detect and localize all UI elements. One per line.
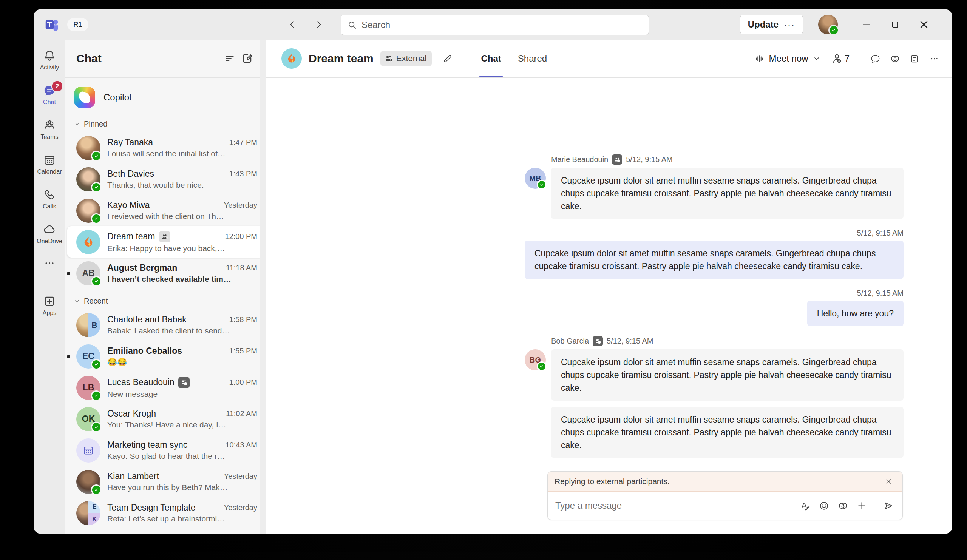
panel-title: Chat (76, 52, 221, 65)
bell-icon (43, 49, 56, 62)
user-avatar[interactable] (818, 15, 838, 35)
new-chat-icon (241, 53, 253, 64)
emoji-icon (819, 501, 829, 511)
external-participants-icon (178, 377, 190, 388)
org-badge[interactable]: R1 (67, 18, 88, 31)
tab-chat[interactable]: Chat (472, 40, 509, 77)
avatar (76, 167, 101, 191)
chat-list-item[interactable]: AB August Bergman11:18 AM I haven’t chec… (67, 257, 263, 289)
chat-list-item[interactable]: Beth Davies1:43 PM Thanks, that would be… (67, 163, 263, 195)
chat-list-item[interactable]: Ray Tanaka1:47 PM Louisa will send the i… (67, 132, 263, 163)
rail-item-activity[interactable]: Activity (35, 44, 64, 76)
rename-chat-button[interactable] (439, 50, 456, 67)
copilot-compose-button[interactable] (834, 497, 851, 514)
send-button[interactable] (880, 497, 897, 514)
open-chat-pane-button[interactable] (866, 50, 884, 67)
search-box[interactable] (341, 15, 649, 35)
message-group-outgoing: 5/12, 9:15 AM Cupcake ipsum dolor sit am… (525, 229, 904, 279)
minimize-button[interactable] (860, 18, 873, 31)
message-bubble[interactable]: Cupcake ipsum dolor sit amet muffin sesa… (551, 407, 904, 458)
external-participants-icon (612, 155, 622, 165)
presence-badge (91, 422, 102, 432)
unread-dot (67, 355, 70, 358)
search-input[interactable] (361, 20, 642, 30)
section-recent[interactable]: Recent (65, 293, 266, 309)
rail-item-calendar[interactable]: Calendar (35, 148, 64, 180)
message-bubble[interactable]: Hello, how are you? (807, 301, 904, 326)
rail-item-calls[interactable]: Calls (35, 183, 64, 215)
search-icon (347, 20, 357, 30)
filter-button[interactable] (221, 50, 238, 67)
ellipsis-icon (929, 54, 939, 64)
maximize-button[interactable] (888, 18, 902, 31)
presence-badge (91, 276, 102, 287)
teams-window: R1 Update ··· (34, 10, 952, 534)
tab-shared[interactable]: Shared (510, 40, 555, 77)
format-icon (800, 501, 810, 511)
attach-more-button[interactable] (853, 497, 870, 514)
avatar (76, 199, 101, 223)
rail-item-apps[interactable]: Apps (35, 290, 64, 321)
message-canvas[interactable]: Marie Beaudouin 5/12, 9:15 AM MB Cupcake… (266, 78, 952, 534)
update-more-dots: ··· (784, 19, 795, 30)
calendar-icon (43, 154, 56, 166)
section-pinned[interactable]: Pinned (65, 115, 266, 132)
copilot-button[interactable] (886, 50, 904, 67)
add-participants-button[interactable]: 7 (827, 49, 854, 68)
person-add-icon (831, 53, 842, 64)
plus-icon (857, 501, 867, 511)
flame-emoji-icon (286, 53, 297, 64)
divider (860, 50, 860, 67)
presence-badge (537, 361, 546, 371)
external-participants-icon (159, 231, 170, 242)
conversation-avatar[interactable] (281, 48, 302, 69)
message-timestamp: 5/12, 9:15 AM (857, 289, 904, 298)
new-chat-button[interactable] (238, 50, 256, 67)
chat-list-item[interactable]: EC Emiliano Ceballos1:55 PM 😂😂 (67, 341, 263, 372)
back-button[interactable] (284, 16, 301, 33)
avatar[interactable]: BG (525, 349, 546, 371)
dismiss-banner-button[interactable] (882, 475, 896, 488)
notes-button[interactable] (906, 50, 923, 67)
emoji-button[interactable] (815, 497, 833, 514)
unread-count-badge: 2 (51, 81, 63, 92)
chat-list-item[interactable]: Marketing team sync10:43 AM Kayo: So gla… (67, 435, 263, 466)
message-timestamp: 5/12, 9:15 AM (857, 229, 904, 237)
copilot-icon (838, 501, 848, 511)
rail-item-more[interactable] (35, 253, 64, 274)
chat-list-scroll[interactable]: Copilot Pinned Ray Tanaka1:47 PM Louisa … (65, 78, 266, 534)
chat-list-item[interactable]: Kian LambertYesterday Have you run this … (67, 466, 263, 497)
message-author[interactable]: Bob Garcia (551, 337, 589, 346)
message-author[interactable]: Marie Beaudouin (551, 155, 608, 164)
notes-sparkle-icon (909, 54, 920, 64)
update-button[interactable]: Update ··· (740, 15, 803, 35)
format-button[interactable] (796, 497, 814, 514)
presence-badge (91, 484, 102, 495)
meet-now-button[interactable]: Meet now (751, 49, 824, 68)
message-bubble[interactable]: Cupcake ipsum dolor sit amet muffin sesa… (551, 168, 904, 219)
close-button[interactable] (917, 18, 931, 31)
meet-now-wave-icon (754, 54, 764, 64)
rail-item-teams[interactable]: Teams (35, 114, 64, 145)
chat-list-item[interactable]: B Charlotte and Babak1:58 PM Babak: I as… (67, 309, 263, 341)
apps-icon (43, 295, 56, 308)
avatar: B (76, 313, 101, 337)
conversation-tabs: Chat Shared (472, 40, 555, 77)
rail-item-onedrive[interactable]: OneDrive (35, 218, 64, 250)
message-timestamp: 5/12, 9:15 AM (626, 155, 672, 164)
message-bubble[interactable]: Cupcake ipsum dolor sit amet muffin sesa… (525, 240, 904, 279)
chat-list-item[interactable]: OK Oscar Krogh11:02 AM You: Thanks! Have… (67, 403, 263, 435)
message-input[interactable] (555, 500, 795, 511)
chat-list-item-copilot[interactable]: Copilot (65, 83, 266, 112)
chat-list-item[interactable]: LB Lucas Beaudouin1:00 PM New message (67, 372, 263, 403)
more-options-button[interactable] (926, 50, 943, 67)
avatar[interactable]: MB (525, 168, 546, 189)
chat-list-item[interactable]: Kayo MiwaYesterday I reviewed with the c… (67, 195, 263, 226)
chat-list-item-dream-team[interactable]: Dream team12:00 PM Erika: Happy to have … (67, 226, 263, 257)
forward-button[interactable] (310, 16, 327, 33)
rail-item-chat[interactable]: 2 Chat (35, 79, 64, 110)
message-bubble[interactable]: Cupcake ipsum dolor sit amet muffin sesa… (551, 349, 904, 401)
chat-list-item[interactable]: EK Team Design TemplateYesterday Reta: L… (67, 497, 263, 529)
avatar (76, 470, 101, 494)
avatar: EC (76, 344, 101, 369)
